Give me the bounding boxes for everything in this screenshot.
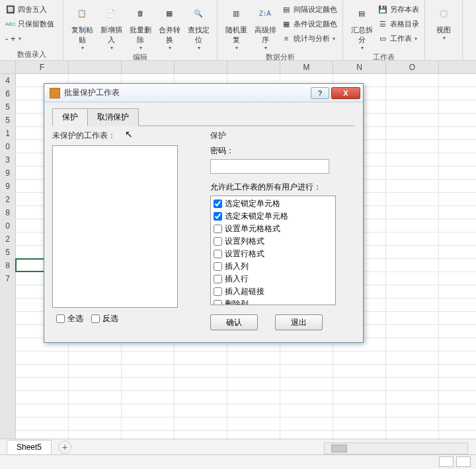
- protect-label: 保护: [210, 130, 355, 141]
- cell[interactable]: [386, 206, 439, 219]
- cell[interactable]: [386, 127, 439, 139]
- row-header[interactable]: 1: [0, 127, 16, 139]
- dialog-icon: [50, 88, 60, 98]
- saveas-button[interactable]: 💾另存本表: [376, 3, 420, 16]
- invert-checkbox[interactable]: 反选: [91, 313, 118, 324]
- cell[interactable]: [386, 272, 439, 285]
- tab-unprotect[interactable]: 取消保护: [87, 108, 139, 126]
- split-button[interactable]: ▤汇总拆 分: [347, 1, 376, 52]
- insert-icon: 📄: [100, 3, 122, 24]
- help-button[interactable]: ?: [311, 87, 329, 99]
- permission-item[interactable]: 插入超链接: [211, 285, 335, 298]
- col-header[interactable]: M: [280, 61, 333, 73]
- permission-item[interactable]: 删除列: [211, 298, 335, 305]
- row-header[interactable]: 4: [0, 74, 16, 87]
- cell[interactable]: [386, 140, 439, 153]
- permission-item[interactable]: 选定未锁定单元格: [211, 210, 335, 223]
- add-sheet-button[interactable]: +: [58, 441, 71, 454]
- password-input[interactable]: [210, 159, 329, 174]
- toc-button[interactable]: ☰表格目录: [376, 17, 420, 30]
- cell[interactable]: [386, 219, 439, 232]
- sort-icon: Z↕A: [255, 3, 276, 24]
- interval-color-icon: ▤: [281, 4, 292, 15]
- column-headers: F M N O: [0, 61, 476, 74]
- permission-item[interactable]: 设置单元格格式: [211, 223, 335, 235]
- permission-item[interactable]: 插入列: [211, 260, 335, 273]
- permissions-listbox[interactable]: 选定锁定单元格选定未锁定单元格设置单元格格式设置列格式设置行格式插入列插入行插入…: [210, 196, 336, 305]
- row-header[interactable]: 3: [0, 153, 16, 166]
- permission-item[interactable]: 设置行格式: [211, 248, 335, 260]
- horizontal-scrollbar[interactable]: [324, 443, 468, 454]
- permission-item[interactable]: 设置列格式: [211, 235, 335, 248]
- cell[interactable]: [386, 259, 439, 271]
- random-icon: ▥: [225, 3, 247, 24]
- random-button[interactable]: ▥随机重 复: [221, 1, 251, 52]
- permission-item[interactable]: 插入行: [211, 273, 335, 285]
- close-button[interactable]: X: [331, 87, 360, 99]
- sheet-tab[interactable]: Sheet5: [7, 440, 52, 454]
- row-header[interactable]: 5: [0, 246, 16, 258]
- numeric-more-button[interactable]: - +: [4, 32, 59, 45]
- keep-values-button[interactable]: ABC只保留数值: [4, 17, 59, 30]
- merge-convert-button[interactable]: ▦合并转 换: [155, 1, 184, 52]
- cell[interactable]: [386, 87, 439, 100]
- view-normal-button[interactable]: [439, 456, 454, 467]
- ribbon-group-edit: 📋复制粘 贴 📄新增插 入 🗑批量删 除 ▦合并转 换 🔍查找定 位 编辑: [63, 0, 218, 61]
- view-layout-button[interactable]: [456, 456, 471, 467]
- batch-delete-button[interactable]: 🗑批量删 除: [126, 1, 155, 52]
- interval-color-button[interactable]: ▤间隔设定颜色: [280, 3, 338, 16]
- row-header[interactable]: 2: [0, 193, 16, 205]
- find-locate-button[interactable]: 🔍查找定 位: [184, 1, 213, 52]
- col-header[interactable]: [227, 61, 280, 73]
- abc-icon: ABC: [5, 18, 16, 29]
- col-header[interactable]: [122, 61, 175, 73]
- ok-button[interactable]: 确认: [210, 314, 258, 330]
- insert-button[interactable]: 📄新增插 入: [97, 1, 126, 52]
- col-header[interactable]: F: [16, 61, 69, 73]
- col-header[interactable]: [69, 61, 122, 73]
- row-header[interactable]: 8: [0, 259, 16, 271]
- cell[interactable]: [386, 74, 439, 87]
- row-header[interactable]: 0: [0, 219, 16, 232]
- ribbon: 🔲四舍五入 ABC只保留数值 - + 数值录入 📋复制粘 贴 📄新增插 入 🗑批…: [0, 0, 476, 61]
- view-button[interactable]: ◯视图: [429, 1, 458, 42]
- col-header[interactable]: O: [386, 61, 439, 73]
- cell[interactable]: [386, 180, 439, 192]
- row-header[interactable]: 5: [0, 100, 16, 113]
- row-header[interactable]: 0: [0, 140, 16, 153]
- col-header[interactable]: [175, 61, 227, 73]
- dialog-tabs: 保护 取消保护: [52, 108, 355, 126]
- round-button[interactable]: 🔲四舍五入: [4, 3, 59, 16]
- dialog-titlebar[interactable]: 批量保护工作表 ? X: [44, 84, 363, 102]
- row-header[interactable]: 5: [0, 114, 16, 126]
- row-header[interactable]: 7: [0, 272, 16, 285]
- left-pane: 未保护的工作表： 全选 反选: [52, 130, 197, 330]
- cond-color-button[interactable]: ▦条件设定颜色: [280, 17, 338, 30]
- ribbon-group-sheet: ▤汇总拆 分 💾另存本表 ☰表格目录 ▭工作表 工作表: [343, 0, 425, 61]
- password-label: 密码：: [210, 145, 355, 157]
- sort-button[interactable]: Z↕A高级排 序: [251, 1, 280, 52]
- permissions-label: 允许此工作表的所有用户进行：: [210, 182, 355, 193]
- row-header[interactable]: 9: [0, 180, 16, 192]
- select-all-checkbox[interactable]: 全选: [56, 313, 83, 324]
- worksheet-button[interactable]: ▭工作表: [376, 32, 420, 45]
- cell[interactable]: [386, 233, 439, 245]
- cell[interactable]: [386, 166, 439, 179]
- tab-protect[interactable]: 保护: [52, 108, 88, 126]
- cell[interactable]: [386, 100, 439, 113]
- cell[interactable]: [386, 193, 439, 205]
- row-header[interactable]: 2: [0, 233, 16, 245]
- cell[interactable]: [386, 246, 439, 258]
- exit-button[interactable]: 退出: [275, 314, 323, 330]
- stats-button[interactable]: ≡统计与分析: [280, 32, 338, 45]
- row-header[interactable]: 9: [0, 166, 16, 179]
- cell[interactable]: [386, 153, 439, 166]
- sheet-listbox[interactable]: [52, 145, 178, 308]
- delete-icon: 🗑: [130, 3, 151, 24]
- col-header[interactable]: N: [333, 61, 386, 73]
- cell[interactable]: [386, 114, 439, 126]
- row-header[interactable]: 8: [0, 206, 16, 219]
- row-header[interactable]: 6: [0, 87, 16, 100]
- copy-paste-button[interactable]: 📋复制粘 贴: [67, 1, 97, 52]
- permission-item[interactable]: 选定锁定单元格: [211, 198, 335, 210]
